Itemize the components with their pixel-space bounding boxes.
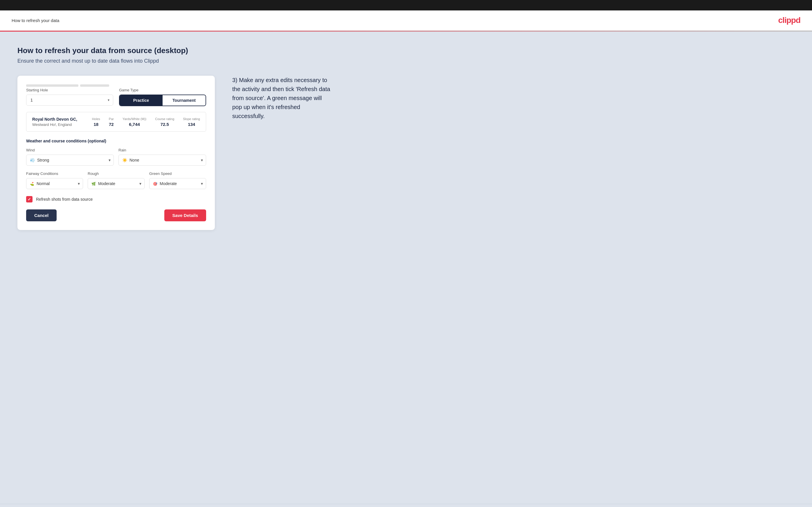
starting-hole-chevron: ▾ [108, 98, 109, 102]
rough-label: Rough [88, 171, 145, 176]
par-label: Par [109, 117, 114, 121]
game-type-buttons: Practice Tournament [119, 95, 206, 106]
holes-stat: Holes 18 [92, 117, 100, 127]
fairway-icon [30, 181, 34, 186]
rough-value: Moderate [98, 181, 115, 186]
save-button[interactable]: Save Details [164, 210, 206, 221]
wind-chevron: ▾ [109, 158, 111, 162]
fairway-label: Fairway Conditions [26, 171, 83, 176]
content-layout: Starting Hole 1 ▾ Game Type Practice Tou… [17, 76, 795, 230]
game-type-group: Game Type Practice Tournament [119, 88, 206, 106]
rain-chevron: ▾ [201, 158, 203, 162]
placeholder-tab-1 [26, 84, 79, 87]
rough-group: Rough Moderate ▾ [88, 171, 145, 189]
course-rating-stat: Course rating 72.5 [155, 117, 174, 127]
slope-rating-label: Slope rating [183, 117, 200, 121]
rough-select[interactable]: Moderate ▾ [88, 178, 145, 189]
fairway-group: Fairway Conditions Normal ▾ [26, 171, 83, 189]
rain-label: Rain [118, 148, 206, 152]
main-content: How to refresh your data from source (de… [0, 32, 812, 504]
game-type-label: Game Type [119, 88, 206, 92]
rough-chevron: ▾ [139, 181, 141, 186]
course-details: Royal North Devon GC, Westward Ho!, Engl… [32, 117, 77, 127]
checkbox-row: Refresh shots from data source [26, 196, 206, 203]
wind-select[interactable]: Strong ▾ [26, 155, 114, 166]
page-title: How to refresh your data from source (de… [17, 46, 795, 55]
conditions-section-title: Weather and course conditions (optional) [26, 138, 206, 143]
course-rating-label: Course rating [155, 117, 174, 121]
slope-rating-stat: Slope rating 134 [183, 117, 200, 127]
rain-value: None [130, 158, 139, 162]
par-stat: Par 72 [109, 117, 114, 127]
tournament-button[interactable]: Tournament [163, 95, 206, 106]
course-rating-value: 72.5 [160, 122, 169, 127]
header-title: How to refresh your data [12, 18, 59, 23]
fairway-chevron: ▾ [78, 181, 80, 186]
header: How to refresh your data clippd [0, 10, 812, 31]
page-subtitle: Ensure the correct and most up to date d… [17, 58, 795, 64]
yards-stat: Yards/White (M)) 6,744 [122, 117, 146, 127]
fairway-value: Normal [37, 181, 50, 186]
holes-value: 18 [94, 122, 98, 127]
starting-hole-value: 1 [31, 98, 33, 102]
green-speed-select[interactable]: Moderate ▾ [149, 178, 206, 189]
wind-value: Strong [37, 158, 49, 162]
rough-icon [92, 181, 96, 186]
placeholder-tab-2 [80, 84, 109, 87]
logo: clippd [778, 16, 800, 25]
green-icon [153, 181, 157, 186]
course-stats: Holes 18 Par 72 Yards/White (M)) 6,744 C… [92, 117, 200, 127]
yards-label: Yards/White (M)) [122, 117, 146, 121]
green-speed-chevron: ▾ [201, 181, 203, 186]
par-value: 72 [109, 122, 114, 127]
conditions-grid-top: Wind Strong ▾ Rain None ▾ [26, 148, 206, 166]
green-speed-value: Moderate [160, 181, 177, 186]
holes-label: Holes [92, 117, 100, 121]
top-bar [0, 0, 812, 10]
course-name: Royal North Devon GC, [32, 117, 77, 121]
footer: Copyright Clippd 2022 [0, 504, 812, 507]
fairway-select[interactable]: Normal ▾ [26, 178, 83, 189]
practice-button[interactable]: Practice [119, 95, 163, 106]
rain-select[interactable]: None ▾ [118, 155, 206, 166]
course-location: Westward Ho!, England [32, 122, 77, 127]
refresh-checkbox[interactable] [26, 196, 33, 203]
rain-icon [122, 158, 127, 162]
yards-value: 6,744 [129, 122, 140, 127]
side-panel: 3) Make any extra edits necessary to the… [232, 76, 331, 121]
starting-hole-group: Starting Hole 1 ▾ [26, 88, 113, 106]
refresh-checkbox-label: Refresh shots from data source [36, 197, 93, 202]
cancel-button[interactable]: Cancel [26, 210, 57, 221]
starting-hole-label: Starting Hole [26, 88, 113, 92]
starting-hole-select[interactable]: 1 ▾ [26, 95, 113, 106]
slope-rating-value: 134 [188, 122, 195, 127]
green-speed-label: Green Speed [149, 171, 206, 176]
side-description: 3) Make any extra edits necessary to the… [232, 76, 331, 121]
placeholder-tabs [26, 84, 206, 87]
green-speed-group: Green Speed Moderate ▾ [149, 171, 206, 189]
wind-label: Wind [26, 148, 114, 152]
wind-group: Wind Strong ▾ [26, 148, 114, 166]
main-card: Starting Hole 1 ▾ Game Type Practice Tou… [17, 76, 215, 230]
button-row: Cancel Save Details [26, 210, 206, 221]
wind-icon [30, 158, 35, 162]
rain-group: Rain None ▾ [118, 148, 206, 166]
course-info-box: Royal North Devon GC, Westward Ho!, Engl… [26, 112, 206, 132]
form-row-1: Starting Hole 1 ▾ Game Type Practice Tou… [26, 88, 206, 106]
conditions-grid-bottom: Fairway Conditions Normal ▾ Rough Modera… [26, 171, 206, 189]
